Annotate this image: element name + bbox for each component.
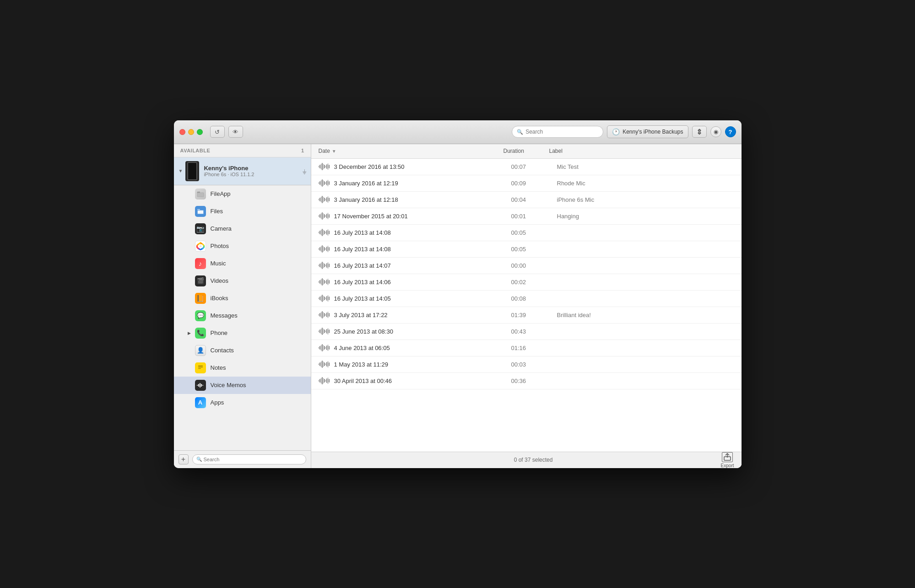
table-row[interactable]: 4 June 2013 at 06:05 01:16 [311, 340, 742, 356]
files-label: Files [211, 208, 223, 215]
main-window: ↺ 👁 🔍 🕐 Kenny's iPhone Backups ⇕ ◉ ? AVA… [174, 120, 742, 468]
col-duration-header[interactable]: Duration [504, 148, 549, 154]
table-row[interactable]: 3 January 2016 at 12:19 00:09 Rhode Mic [311, 175, 742, 192]
camera-label: Camera [211, 225, 232, 232]
sidebar-item-voicememos[interactable]: Voice Memos [174, 377, 311, 394]
sidebar-search-bar[interactable]: 🔍 [192, 454, 306, 464]
sidebar-item-apps[interactable]: A Apps [174, 394, 311, 411]
apps-icon: A [195, 397, 206, 408]
photos-label: Photos [211, 243, 229, 249]
table-row[interactable]: 16 July 2013 at 14:08 00:05 [311, 241, 742, 258]
minimize-button[interactable] [188, 129, 194, 135]
svg-rect-2 [197, 192, 200, 193]
add-button[interactable]: + [179, 454, 189, 464]
sidebar-item-videos[interactable]: 🎬 Videos [174, 272, 311, 290]
row-duration: 00:00 [511, 262, 557, 269]
sidebar-item-notes[interactable]: Notes [174, 359, 311, 377]
device-icon [185, 161, 199, 181]
row-duration: 00:01 [511, 213, 557, 220]
table-row[interactable]: 3 January 2016 at 12:18 00:04 iPhone 6s … [311, 192, 742, 208]
row-date: 3 January 2016 at 12:18 [334, 196, 511, 203]
svg-rect-16 [202, 385, 203, 386]
row-date: 3 July 2013 at 17:22 [334, 312, 511, 318]
waveform-icon [319, 163, 330, 170]
device-name: Kenny's iPhone [204, 165, 298, 172]
row-date: 16 July 2013 at 14:08 [334, 246, 511, 253]
sidebar-item-phone[interactable]: ▶ 📞 Phone [174, 324, 311, 342]
eye-button[interactable]: 👁 [228, 126, 243, 138]
row-date: 1 May 2013 at 11:29 [334, 361, 511, 368]
waveform-icon [319, 196, 330, 203]
messages-label: Messages [211, 312, 238, 319]
traffic-lights [179, 129, 203, 135]
row-date: 4 June 2013 at 06:05 [334, 345, 511, 351]
main-search-bar[interactable]: 🔍 [512, 126, 603, 138]
transfer-button[interactable]: ⇕ [692, 126, 707, 138]
table-row[interactable]: 17 November 2015 at 20:01 00:01 Hanging [311, 208, 742, 225]
table-body: 3 December 2016 at 13:50 00:07 Mic Test … [311, 159, 742, 452]
row-date: 16 July 2013 at 14:06 [334, 279, 511, 286]
sidebar-search-icon: 🔍 [196, 457, 202, 462]
voicememos-label: Voice Memos [211, 382, 246, 388]
refresh-button[interactable]: ↺ [210, 126, 225, 138]
voicememos-icon [195, 380, 206, 391]
row-duration: 00:02 [511, 279, 557, 286]
table-header: Date ▼ Duration Label [311, 144, 742, 159]
backup-button[interactable]: 🕐 Kenny's iPhone Backups [607, 125, 688, 138]
available-count: 1 [301, 148, 304, 153]
table-row[interactable]: 25 June 2013 at 08:30 00:43 [311, 324, 742, 340]
sidebar-item-music[interactable]: ♪ Music [174, 255, 311, 272]
col-date-header[interactable]: Date ▼ [319, 148, 504, 154]
svg-rect-15 [201, 384, 202, 387]
table-row[interactable]: 16 July 2013 at 14:07 00:00 [311, 258, 742, 274]
maximize-button[interactable] [197, 129, 203, 135]
waveform-icon [319, 245, 330, 253]
export-button[interactable]: Export [721, 452, 734, 468]
sidebar-item-contacts[interactable]: 👤 Contacts [174, 342, 311, 359]
apps-label: Apps [211, 399, 224, 406]
sidebar-header: AVAILABLE 1 [174, 144, 311, 157]
sort-arrow: ▼ [332, 149, 336, 154]
svg-rect-10 [198, 367, 203, 367]
svg-rect-9 [198, 366, 203, 367]
waveform-icon [319, 377, 330, 384]
table-row[interactable]: 3 July 2013 at 17:22 01:39 Brilliant ide… [311, 307, 742, 324]
wifi-icon: ◉ [714, 129, 718, 135]
sidebar-item-files[interactable]: Files [174, 203, 311, 220]
svg-rect-14 [200, 383, 200, 388]
table-row[interactable]: 30 April 2013 at 00:46 00:36 [311, 373, 742, 389]
ibooks-label: iBooks [211, 295, 228, 302]
device-expand-arrow: ▼ [179, 168, 183, 173]
files-icon [195, 206, 206, 217]
sidebar-item-messages[interactable]: 💬 Messages [174, 307, 311, 324]
waveform-icon [319, 262, 330, 269]
sidebar-item-ibooks[interactable]: 📙 iBooks [174, 290, 311, 307]
main-search-input[interactable] [525, 129, 598, 135]
help-button[interactable]: ? [725, 126, 736, 137]
table-row[interactable]: 16 July 2013 at 14:06 00:02 [311, 274, 742, 291]
waveform-icon [319, 344, 330, 351]
svg-rect-13 [198, 384, 199, 387]
svg-rect-12 [197, 385, 198, 386]
table-row[interactable]: 1 May 2013 at 11:29 00:03 [311, 356, 742, 373]
row-duration: 00:08 [511, 295, 557, 302]
device-row[interactable]: ▼ Kenny's iPhone iPhone 6s · iOS 11.1.2 … [174, 157, 311, 185]
photos-icon [195, 241, 206, 252]
sidebar-search-input[interactable] [204, 457, 302, 462]
sidebar-item-fileapp[interactable]: FileApp [174, 185, 311, 203]
table-row[interactable]: 3 December 2016 at 13:50 00:07 Mic Test [311, 159, 742, 175]
row-duration: 00:05 [511, 229, 557, 236]
waveform-icon [319, 295, 330, 302]
table-row[interactable]: 16 July 2013 at 14:05 00:08 [311, 291, 742, 307]
col-label-header[interactable]: Label [549, 148, 734, 154]
add-icon: + [181, 456, 185, 463]
svg-rect-5 [198, 210, 203, 214]
sidebar-item-camera[interactable]: 📷 Camera [174, 220, 311, 237]
sidebar-item-photos[interactable]: Photos [174, 237, 311, 255]
close-button[interactable] [179, 129, 185, 135]
status-bar: 0 of 37 selected Export [311, 452, 742, 468]
device-info: Kenny's iPhone iPhone 6s · iOS 11.1.2 [204, 165, 298, 177]
table-row[interactable]: 16 July 2013 at 14:08 00:05 [311, 225, 742, 241]
waveform-icon [319, 278, 330, 286]
wifi-button[interactable]: ◉ [710, 126, 721, 137]
